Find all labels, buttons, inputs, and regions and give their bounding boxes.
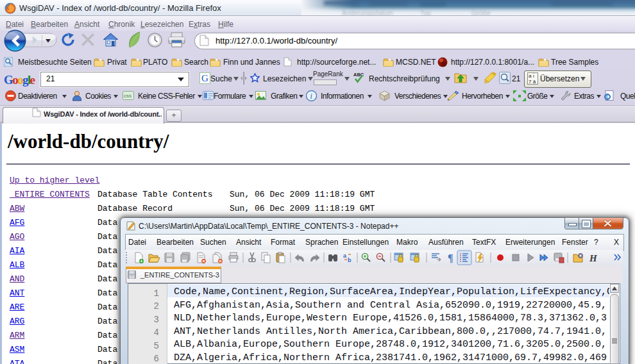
- svg-text:b: b: [348, 257, 351, 263]
- svg-text:H: H: [589, 253, 598, 263]
- svg-text:G: G: [201, 73, 208, 83]
- svg-text:a: a: [343, 252, 347, 259]
- svg-text:7 ä: 7 ä: [529, 79, 536, 85]
- svg-text:a ı́: a ı́: [529, 73, 534, 79]
- svg-text:css: css: [124, 93, 131, 99]
- svg-text:¶: ¶: [448, 252, 453, 263]
- svg-text:i: i: [310, 92, 312, 101]
- svg-text:ABC: ABC: [353, 72, 364, 78]
